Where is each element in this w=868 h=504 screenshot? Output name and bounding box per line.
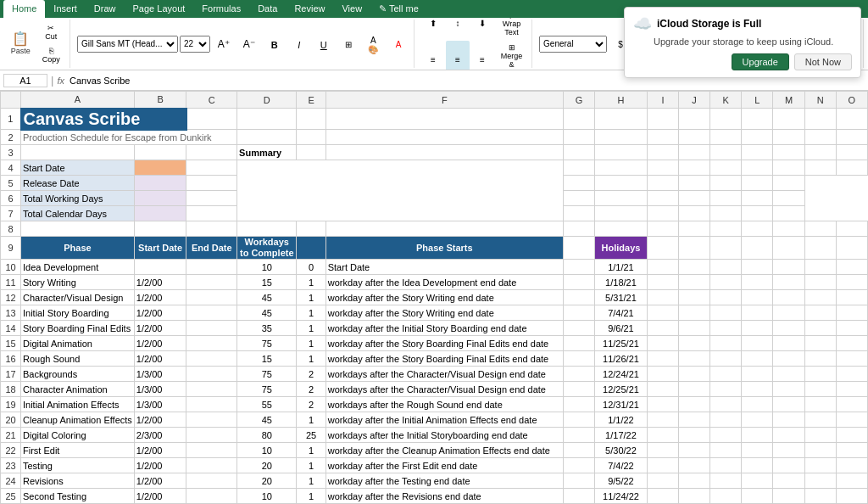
col-header-f[interactable]: F (326, 92, 563, 109)
cell-reference-box[interactable] (3, 74, 47, 87)
end-23[interactable] (186, 458, 237, 473)
fill-color-button[interactable]: A🎨 (361, 33, 386, 57)
workdays-18[interactable]: 75 (237, 382, 297, 397)
offset-13[interactable]: 1 (297, 305, 326, 321)
end-14[interactable] (186, 321, 237, 336)
start-14[interactable]: 1/2/00 (134, 321, 186, 336)
tab-page-layout[interactable]: Page Layout (125, 0, 194, 18)
offset-14[interactable]: 1 (297, 321, 326, 336)
end-24[interactable] (186, 473, 237, 489)
align-left-button[interactable]: ≡ (421, 41, 445, 71)
start-date-value[interactable] (134, 160, 186, 176)
phase-22[interactable]: First Edit (21, 443, 135, 458)
start-15[interactable]: 1/2/00 (134, 336, 186, 351)
align-top-button[interactable]: ⬆ (421, 18, 445, 39)
border-button[interactable]: ⊞ (337, 33, 360, 57)
col-header-k[interactable]: K (710, 92, 742, 109)
phase-19[interactable]: Initial Animation Effects (21, 397, 135, 412)
phase-18[interactable]: Character Animation (21, 382, 135, 397)
col-header-e[interactable]: E (297, 92, 326, 109)
start-19[interactable]: 1/3/00 (134, 397, 186, 412)
offset-19[interactable]: 2 (297, 397, 326, 412)
phase-13[interactable]: Initial Story Boarding (21, 305, 135, 321)
end-15[interactable] (186, 336, 237, 351)
align-right-button[interactable]: ≡ (470, 41, 494, 71)
col-header-a[interactable]: A (21, 92, 135, 109)
upgrade-button[interactable]: Upgrade (732, 53, 789, 70)
phase-24[interactable]: Revisions (21, 473, 135, 489)
end-12[interactable] (186, 290, 237, 305)
offset-11[interactable]: 1 (297, 275, 326, 290)
font-family-select[interactable]: Gill Sans MT (Head... (77, 36, 178, 53)
subtitle-cell[interactable]: Production Schedule for Escape from Dunk… (21, 130, 237, 145)
font-size-increase[interactable]: A⁺ (212, 36, 236, 53)
workdays-25[interactable]: 10 (237, 489, 297, 504)
offset-18[interactable]: 2 (297, 382, 326, 397)
start-12[interactable]: 1/2/00 (134, 290, 186, 305)
workdays-17[interactable]: 75 (237, 367, 297, 382)
end-25[interactable] (186, 489, 237, 504)
offset-17[interactable]: 2 (297, 367, 326, 382)
workdays-20[interactable]: 45 (237, 412, 297, 428)
col-header-d[interactable]: D (237, 92, 297, 109)
release-date-value[interactable] (134, 176, 186, 191)
cut-button[interactable]: ✂ Cut (36, 21, 66, 43)
paste-button[interactable]: 📋Paste (7, 30, 34, 58)
font-color-button[interactable]: A (387, 33, 410, 57)
phase-20[interactable]: Cleanup Animation Effects (21, 412, 135, 428)
workdays-19[interactable]: 55 (237, 397, 297, 412)
font-size-select[interactable]: 22 (180, 36, 210, 53)
workdays-14[interactable]: 35 (237, 321, 297, 336)
wrap-text-button[interactable]: ⇌ Wrap Text (495, 18, 528, 39)
align-bottom-button[interactable]: ⬇ (470, 18, 494, 39)
offset-16[interactable]: 1 (297, 351, 326, 367)
tab-draw[interactable]: Draw (86, 0, 125, 18)
col-header-b[interactable]: B (134, 92, 186, 109)
offset-12[interactable]: 1 (297, 290, 326, 305)
grid-wrapper[interactable]: A B C D E F G H I J K L M N O (0, 91, 868, 504)
start-11[interactable]: 1/2/00 (134, 275, 186, 290)
offset-10[interactable]: 0 (297, 260, 326, 275)
end-19[interactable] (186, 397, 237, 412)
workdays-13[interactable]: 45 (237, 305, 297, 321)
end-17[interactable] (186, 367, 237, 382)
merge-center-button[interactable]: ⊞ Merge & Center (495, 41, 528, 71)
workdays-12[interactable]: 45 (237, 290, 297, 305)
phase-14[interactable]: Story Boarding Final Edits (21, 321, 135, 336)
not-now-button[interactable]: Not Now (794, 53, 852, 70)
tab-tell-me[interactable]: ✎ Tell me (370, 0, 427, 18)
offset-24[interactable]: 1 (297, 473, 326, 489)
offset-20[interactable]: 1 (297, 412, 326, 428)
phase-15[interactable]: Digital Animation (21, 336, 135, 351)
workdays-15[interactable]: 75 (237, 336, 297, 351)
col-header-o[interactable]: O (836, 92, 867, 109)
col-header-i[interactable]: I (647, 92, 678, 109)
start-17[interactable]: 1/3/00 (134, 367, 186, 382)
workdays-22[interactable]: 10 (237, 443, 297, 458)
offset-22[interactable]: 1 (297, 443, 326, 458)
phase-12[interactable]: Character/Visual Design (21, 290, 135, 305)
col-header-n[interactable]: N (804, 92, 836, 109)
phase-21[interactable]: Digital Coloring (21, 428, 135, 443)
col-header-h[interactable]: H (595, 92, 648, 109)
title-cell[interactable]: Canvas Scribe (21, 109, 186, 130)
align-middle-button[interactable]: ↕ (446, 18, 470, 39)
end-16[interactable] (186, 351, 237, 367)
phase-10[interactable]: Idea Development (21, 260, 135, 275)
start-13[interactable]: 1/2/00 (134, 305, 186, 321)
end-18[interactable] (186, 382, 237, 397)
col-header-g[interactable]: G (563, 92, 594, 109)
col-header-m[interactable]: M (773, 92, 804, 109)
tab-review[interactable]: Review (286, 0, 333, 18)
end-13[interactable] (186, 305, 237, 321)
end-11[interactable] (186, 275, 237, 290)
start-16[interactable]: 1/2/00 (134, 351, 186, 367)
start-22[interactable]: 1/2/00 (134, 443, 186, 458)
start-24[interactable]: 1/2/00 (134, 473, 186, 489)
start-23[interactable]: 1/2/00 (134, 458, 186, 473)
tab-home[interactable]: Home (3, 0, 45, 18)
col-header-j[interactable]: J (679, 92, 710, 109)
col-header-c[interactable]: C (186, 92, 237, 109)
tab-insert[interactable]: Insert (45, 0, 86, 18)
workdays-11[interactable]: 15 (237, 275, 297, 290)
